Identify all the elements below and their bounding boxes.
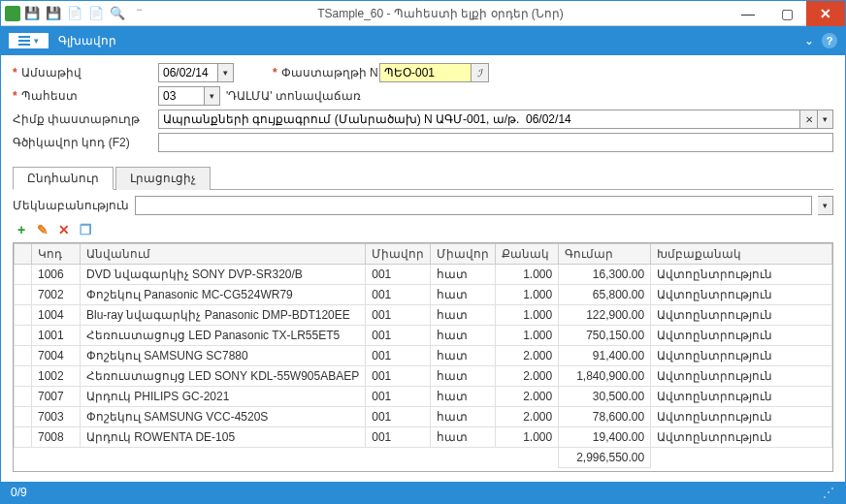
tab-extra[interactable]: Լրացուցիչ [115, 167, 211, 190]
app-icon [5, 6, 20, 21]
docno-lookup-icon[interactable]: ℐ [472, 63, 489, 82]
base-label: Հիմք փաստաթուղթ [13, 112, 140, 126]
col-unit2[interactable]: Միավոր [431, 244, 496, 265]
docno-input[interactable] [379, 63, 472, 82]
doc2-icon[interactable]: 📄 [86, 4, 106, 23]
col-name[interactable]: Անվանում [81, 244, 366, 265]
row-edit-icon[interactable]: ✎ [34, 221, 51, 238]
date-label: Ամսաթիվ [21, 66, 81, 79]
comment-label: Մեկնաբանություն [13, 199, 129, 212]
maximize-button[interactable]: ▢ [767, 1, 806, 26]
table-row[interactable]: 1004Blu-ray նվագարկիչ Panasonic DMP-BDT1… [15, 305, 832, 326]
col-batch[interactable]: Խմբաքանակ [651, 244, 832, 265]
table-row[interactable]: 7008Արդուկ ROWENTA DE-105001հատ1.00019,4… [15, 427, 832, 448]
status-counter: 0/9 [11, 486, 27, 499]
docno-label: Փաստաթղթի N [281, 66, 378, 79]
wh-dropdown-icon[interactable]: ▾ [205, 86, 220, 106]
table-row[interactable]: 1006DVD նվագարկիչ SONY DVP-SR320/B001հատ… [15, 265, 832, 285]
tabs: Ընդհանուր Լրացուցիչ [13, 166, 833, 190]
grid: Կոդ Անվանում Միավոր Միավոր Քանակ Գումար … [13, 242, 833, 472]
help-icon[interactable]: ? [822, 33, 837, 48]
window-title: TSample_60 - Պահեստի ելքի օրդեր (Նոր) [152, 7, 729, 20]
wh-label: Պահեստ [21, 89, 78, 103]
col-unit1[interactable]: Միավոր [366, 244, 431, 265]
tab-general[interactable]: Ընդհանուր [13, 167, 114, 190]
ribbon-main-label[interactable]: Գլխավոր [58, 34, 116, 47]
ribbon-collapse-icon[interactable]: ⌄ [804, 34, 814, 47]
qat-dropdown-icon[interactable]: ⎺ [129, 4, 148, 23]
table-row[interactable]: 7004Փոշեկուլ SAMSUNG SC7880001հատ2.00091… [15, 346, 832, 366]
row-copy-icon[interactable]: ❐ [77, 221, 94, 238]
date-dropdown-icon[interactable]: ▾ [218, 63, 234, 82]
col-code[interactable]: Կոդ [32, 244, 81, 265]
row-delete-icon[interactable]: ✕ [55, 221, 73, 238]
save-icon[interactable]: 💾 [22, 4, 42, 23]
wh-code-input[interactable] [158, 86, 205, 106]
table-row[interactable]: 1001Հեռուստացույց LED Panasonic TX-LR55E… [15, 326, 832, 346]
hamburger-icon [18, 36, 30, 46]
table-row[interactable]: 7007Արդուկ PHILIPS GC-2021001հատ2.00030,… [15, 387, 832, 407]
form-area: *Ամսաթիվ ▾ *Փաստաթղթի N ℐ *Պահեստ ▾ 'ԴԱԼ… [1, 55, 845, 162]
table-row[interactable]: 1002Հեռուստացույց LED SONY KDL-55W905ABA… [15, 366, 832, 387]
ribbon-file-tab[interactable]: ▾ [9, 33, 49, 48]
status-bar: 0/9 ⋰ [1, 482, 845, 503]
col-qty[interactable]: Քանակ [496, 244, 559, 265]
total-amount: 2,996,550.00 [559, 448, 651, 468]
row-add-icon[interactable]: + [13, 221, 30, 238]
date-input[interactable] [158, 63, 218, 82]
ribbon: ▾ Գլխավոր ⌄ ? [1, 26, 845, 55]
preview-icon[interactable]: 🔍 [108, 4, 127, 23]
col-amount[interactable]: Գումար [559, 244, 651, 265]
base-dropdown-icon[interactable]: ▾ [818, 110, 833, 129]
barcode-input[interactable] [158, 133, 833, 152]
titlebar: 💾 💾 📄 📄 🔍 ⎺ TSample_60 - Պահեստի ելքի օր… [1, 1, 845, 26]
f2-label: Գծիկավոր կոդ (F2) [13, 136, 130, 149]
base-input[interactable] [158, 110, 800, 129]
comment-input[interactable] [135, 196, 812, 215]
table-row[interactable]: 7003Փոշեկուլ SAMSUNG VCC-4520S001հատ2.00… [15, 407, 832, 427]
comment-dropdown-icon[interactable]: ▾ [818, 196, 833, 215]
wh-name: 'ԴԱԼՄԱ' տոնավաճառ [226, 89, 361, 103]
doc-icon[interactable]: 📄 [65, 4, 84, 23]
base-clear-icon[interactable]: ✕ [800, 110, 818, 129]
resize-grip-icon[interactable]: ⋰ [823, 486, 835, 499]
saveas-icon[interactable]: 💾 [44, 4, 63, 23]
minimize-button[interactable]: — [729, 1, 767, 26]
table-row[interactable]: 7002Փոշեկուլ Panasonic MC-CG524WR79001հա… [15, 285, 832, 305]
close-button[interactable]: ✕ [806, 1, 845, 26]
